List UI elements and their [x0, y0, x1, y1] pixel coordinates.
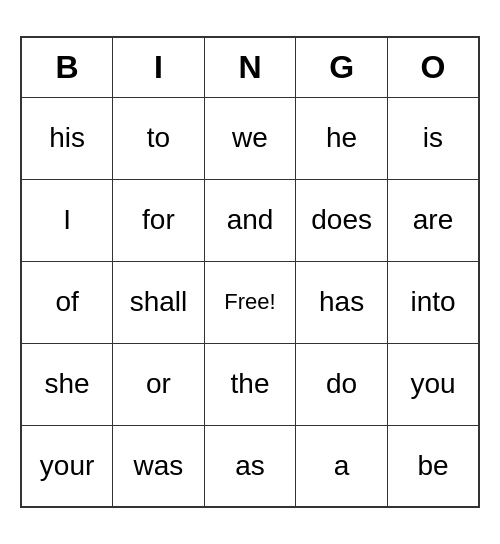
col-g: G [296, 37, 388, 97]
cell-2-4: into [387, 261, 479, 343]
col-i: I [113, 37, 205, 97]
bingo-card: B I N G O histoweheisIforanddoesareofsha… [20, 36, 480, 508]
col-o: O [387, 37, 479, 97]
cell-3-2: the [204, 343, 296, 425]
cell-0-3: he [296, 97, 388, 179]
cell-0-2: we [204, 97, 296, 179]
cell-4-4: be [387, 425, 479, 507]
cell-4-2: as [204, 425, 296, 507]
cell-1-0: I [21, 179, 113, 261]
cell-0-1: to [113, 97, 205, 179]
table-row: sheorthedoyou [21, 343, 479, 425]
cell-3-0: she [21, 343, 113, 425]
cell-1-4: are [387, 179, 479, 261]
cell-2-1: shall [113, 261, 205, 343]
table-row: yourwasasabe [21, 425, 479, 507]
cell-2-0: of [21, 261, 113, 343]
cell-3-3: do [296, 343, 388, 425]
cell-1-1: for [113, 179, 205, 261]
cell-1-2: and [204, 179, 296, 261]
cell-0-0: his [21, 97, 113, 179]
cell-4-0: your [21, 425, 113, 507]
table-row: ofshallFree!hasinto [21, 261, 479, 343]
cell-0-4: is [387, 97, 479, 179]
table-row: histoweheis [21, 97, 479, 179]
col-b: B [21, 37, 113, 97]
cell-2-3: has [296, 261, 388, 343]
cell-4-1: was [113, 425, 205, 507]
col-n: N [204, 37, 296, 97]
header-row: B I N G O [21, 37, 479, 97]
cell-1-3: does [296, 179, 388, 261]
cell-3-1: or [113, 343, 205, 425]
bingo-body: histoweheisIforanddoesareofshallFree!has… [21, 97, 479, 507]
cell-2-2: Free! [204, 261, 296, 343]
table-row: Iforanddoesare [21, 179, 479, 261]
cell-3-4: you [387, 343, 479, 425]
cell-4-3: a [296, 425, 388, 507]
